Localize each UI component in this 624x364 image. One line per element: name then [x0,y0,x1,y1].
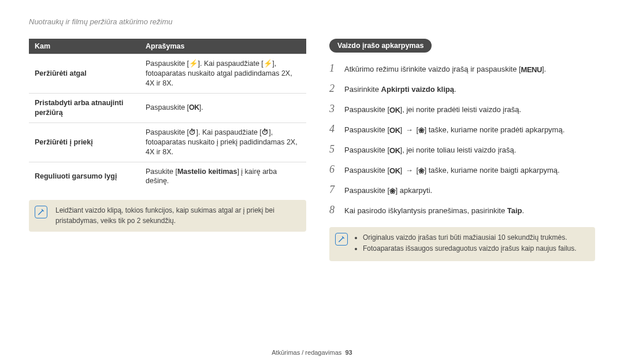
table-row: Peržiūrėti į priekįPaspauskite [⏱]. Kai … [29,122,306,162]
step-item: 8Kai pasirodo iškylantysis pranešimas, p… [329,202,595,218]
step-text: Pasirinkite Apkirpti vaizdo klipą. [344,84,595,95]
note-item: Originalus vaizdo įrašas turi būti mažia… [363,233,588,243]
step-text: Paspauskite [OK], jei norite toliau leis… [344,144,595,156]
note-icon [335,233,348,246]
step-item: 2Pasirinkite Apkirpti vaizdo klipą. [329,81,595,96]
ok-icon: OK [189,103,199,113]
step-text: Paspauskite [OK] → [❀] taške, kuriame no… [344,165,595,176]
macro-icon: ❀ [418,125,425,136]
table-head-col2: Aprašymas [140,39,306,54]
ok-icon: OK [389,105,400,116]
step-number: 3 [329,101,339,117]
flash-icon: ⚡ [189,59,198,69]
step-number: 6 [329,162,339,177]
section-title: Nuotraukų ir filmų peržiūra atkūrimo rež… [29,17,595,26]
timer-icon: ⏱ [189,128,196,138]
arrow-icon: → [404,166,414,174]
table-desc: Paspauskite [OK]. [140,93,306,122]
table-row: Peržiūrėti atgalPaspauskite [⚡]. Kai pas… [29,54,306,94]
ok-icon: OK [389,145,400,157]
timer-icon: ⏱ [262,128,269,138]
right-heading: Vaizdo įrašo apkarpymas [329,39,432,53]
step-text: Paspauskite [OK], jei norite pradėti lei… [344,104,595,116]
table-key: Peržiūrėti atgal [29,54,140,94]
table-key: Reguliuoti garsumo lygį [29,162,140,191]
page-footer: Atkūrimas / redagavimas 93 [0,349,624,356]
step-item: 6Paspauskite [OK] → [❀] taške, kuriame n… [329,162,595,177]
note-item: Fotoaparatas išsaugos suredaguotus vaizd… [363,244,588,254]
step-number: 5 [329,142,339,157]
step-number: 4 [329,121,339,137]
step-number: 8 [329,202,339,218]
left-column: Kam Aprašymas Peržiūrėti atgalPaspauskit… [29,39,306,261]
table-row: Reguliuoti garsumo lygįPasukite [Masteli… [29,162,306,191]
ok-icon: OK [389,125,400,136]
table-row: Pristabdyti arba atnaujinti peržiūrąPasp… [29,93,306,122]
table-head-col1: Kam [29,39,140,54]
note-left: Leidžiant vaizdo klipą, tokios funkcijos… [29,200,306,232]
step-item: 5Paspauskite [OK], jei norite toliau lei… [329,142,595,157]
flash-icon: ⚡ [263,59,273,69]
table-desc: Paspauskite [⚡]. Kai paspaudžiate [⚡], f… [140,54,306,94]
table-key: Peržiūrėti į priekį [29,122,140,162]
step-text: Kai pasirodo iškylantysis pranešimas, pa… [344,205,595,217]
arrow-icon: → [404,125,414,134]
step-text: Atkūrimo režimu išrinkite vaizdo įrašą i… [344,64,595,75]
right-column: Vaizdo įrašo apkarpymas 1Atkūrimo režimu… [329,39,595,261]
macro-icon: ❀ [418,165,425,177]
table-key: Pristabdyti arba atnaujinti peržiūrą [29,93,140,122]
step-number: 7 [329,182,339,198]
step-item: 1Atkūrimo režimu išrinkite vaizdo įrašą … [329,61,595,76]
step-item: 3Paspauskite [OK], jei norite pradėti le… [329,101,595,117]
ok-icon: OK [389,165,400,177]
menu-icon: MENU [521,64,542,76]
controls-table: Kam Aprašymas Peržiūrėti atgalPaspauskit… [29,39,306,191]
step-item: 4Paspauskite [OK] → [❀] taške, kuriame n… [329,121,595,137]
step-number: 1 [329,61,339,76]
note-left-text: Leidžiant vaizdo klipą, tokios funkcijos… [55,206,274,224]
table-desc: Paspauskite [⏱]. Kai paspaudžiate [⏱], f… [140,122,306,162]
note-right: Originalus vaizdo įrašas turi būti mažia… [329,227,595,261]
step-number: 2 [329,81,339,96]
step-item: 7Paspauskite [❀] apkarpyti. [329,182,595,198]
note-icon [35,206,47,218]
table-desc: Pasukite [Mastelio keitimas] į kairę arb… [140,162,306,191]
macro-icon: ❀ [389,185,396,197]
step-text: Paspauskite [OK] → [❀] taške, kuriame no… [344,124,595,136]
step-text: Paspauskite [❀] apkarpyti. [344,185,595,196]
steps-list: 1Atkūrimo režimu išrinkite vaizdo įrašą … [329,61,595,218]
